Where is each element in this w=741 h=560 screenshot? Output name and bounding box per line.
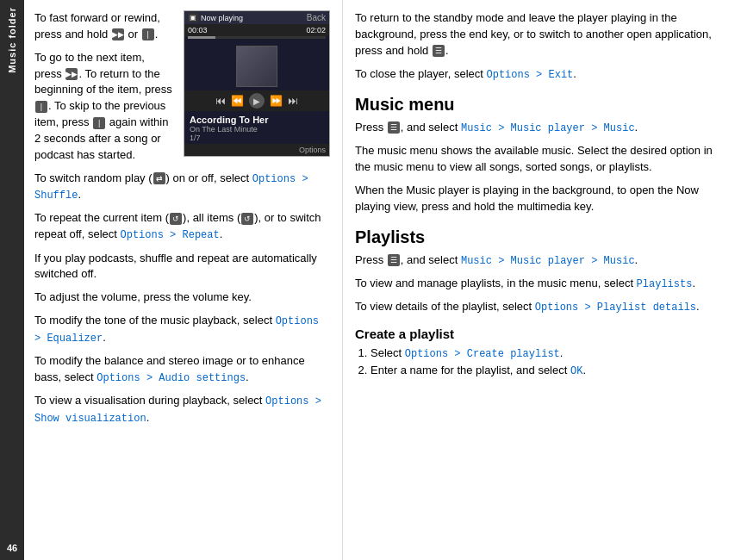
shuffle-icon: ⇄ xyxy=(153,172,165,184)
phone-rewind-button[interactable]: ⏪ xyxy=(231,95,244,107)
options-audio-settings: Options > Audio settings xyxy=(97,372,246,384)
para-volume: To adjust the volume, press the volume k… xyxy=(34,289,330,306)
music-menu-heading: Music menu xyxy=(355,95,729,115)
playlists-link: Playlists xyxy=(637,278,693,290)
phone-song-album: On The Last Minute xyxy=(190,125,324,134)
phone-song-track: 1/7 xyxy=(190,134,324,142)
ok-button-label: OK xyxy=(570,365,582,377)
phone-header-icon-block: ▣ xyxy=(188,13,198,22)
para-standby: To return to the standby mode and leave … xyxy=(355,10,729,59)
main-content: ▣ Now playing Back 00:03 02:02 ⏮ ⏪ ▶ ⏩ ⏭ xyxy=(24,0,741,560)
para-audio-settings: To modify the balance and stereo image o… xyxy=(34,353,330,386)
para-playlists-view: To view and manage playlists, in the mus… xyxy=(355,276,729,292)
app-switch-icon: ☰ xyxy=(433,45,445,57)
phone-art-area xyxy=(184,39,329,90)
options-show-viz: Options > Show visualization xyxy=(34,395,321,424)
options-exit: Options > Exit xyxy=(486,69,573,81)
para-visualization: To view a visualisation during playback,… xyxy=(34,393,330,426)
options-repeat: Options > Repeat xyxy=(121,229,220,241)
music-player-path-1: Music > Music player > Music xyxy=(461,122,635,134)
para-music-menu-press: Press ☰, and select Music > Music player… xyxy=(355,120,729,136)
right-column: To return to the standby mode and leave … xyxy=(343,0,741,560)
phone-back-button[interactable]: Back xyxy=(307,13,326,22)
page-number: 46 xyxy=(7,543,17,553)
phone-now-playing-label: Now playing xyxy=(201,14,243,22)
phone-controls: ⏮ ⏪ ▶ ⏩ ⏭ xyxy=(184,90,329,111)
phone-album-art xyxy=(236,46,277,87)
phone-bottom-bar: Options xyxy=(184,144,329,156)
options-playlist-details: Options > Playlist details xyxy=(535,302,696,314)
para-playlists-press: Press ☰, and select Music > Music player… xyxy=(355,252,729,269)
create-playlist-steps: Select Options > Create playlist. Enter … xyxy=(370,345,729,379)
prev-icon: |◀◀ xyxy=(93,117,105,129)
menu-icon-2: ☰ xyxy=(388,254,400,266)
para-equalizer: To modify the tone of the music playback… xyxy=(34,313,330,346)
options-create-playlist: Options > Create playlist xyxy=(405,348,560,360)
para-playlists-details: To view details of the playlist, select … xyxy=(355,299,729,315)
phone-time-bar: 00:03 02:02 xyxy=(184,24,329,36)
options-equalizer: Options > Equalizer xyxy=(34,315,319,344)
create-playlist-heading: Create a playlist xyxy=(355,327,729,341)
phone-options-label[interactable]: Options xyxy=(299,146,326,154)
left-column: ▣ Now playing Back 00:03 02:02 ⏮ ⏪ ▶ ⏩ ⏭ xyxy=(24,0,343,560)
repeat-one-icon: ↺ xyxy=(170,213,182,225)
phone-song-info: According To Her On The Last Minute 1/7 xyxy=(184,111,329,144)
para-podcasts: If you play podcasts, shuffle and repeat… xyxy=(34,251,330,283)
beg-icon: |◀◀ xyxy=(35,101,47,113)
para-music-menu-bg: When the Music player is playing in the … xyxy=(355,183,729,215)
phone-now-playing: ▣ Now playing xyxy=(188,13,243,22)
phone-progress-fill xyxy=(188,36,215,39)
music-player-path-2: Music > Music player > Music xyxy=(461,255,635,267)
phone-next-button[interactable]: ⏭ xyxy=(288,95,298,107)
para-repeat: To repeat the current item (↺), all item… xyxy=(34,210,330,243)
next-icon: ▶▶| xyxy=(65,68,78,80)
options-shuffle: Options > Shuffle xyxy=(34,173,308,202)
sidebar: Music folder 46 xyxy=(0,0,24,560)
rew-icon: |◀◀ xyxy=(142,28,154,40)
phone-time-current: 00:03 xyxy=(188,26,208,34)
phone-progress-bar xyxy=(188,36,326,39)
playlists-heading: Playlists xyxy=(355,227,729,247)
para-close: To close the player, select Options > Ex… xyxy=(355,66,729,83)
phone-prev-button[interactable]: ⏮ xyxy=(215,95,226,107)
step-1: Select Options > Create playlist. xyxy=(370,345,729,362)
phone-forward-button[interactable]: ⏩ xyxy=(270,95,283,107)
phone-time-total: 02:02 xyxy=(306,26,326,34)
sidebar-label: Music folder xyxy=(7,7,17,73)
phone-header: ▣ Now playing Back xyxy=(184,11,329,24)
para-shuffle: To switch random play (⇄) on or off, sel… xyxy=(34,171,330,204)
repeat-all-icon: ↺ xyxy=(241,213,253,225)
para-music-menu-desc: The music menu shows the available music… xyxy=(355,143,729,176)
menu-icon-1: ☰ xyxy=(388,121,400,134)
phone-play-button[interactable]: ▶ xyxy=(249,93,265,109)
ff-icon: ▶▶| xyxy=(112,28,124,40)
step-2: Enter a name for the playlist, and selec… xyxy=(370,362,729,379)
phone-mockup: ▣ Now playing Back 00:03 02:02 ⏮ ⏪ ▶ ⏩ ⏭ xyxy=(184,10,330,157)
phone-song-title: According To Her xyxy=(190,115,324,125)
